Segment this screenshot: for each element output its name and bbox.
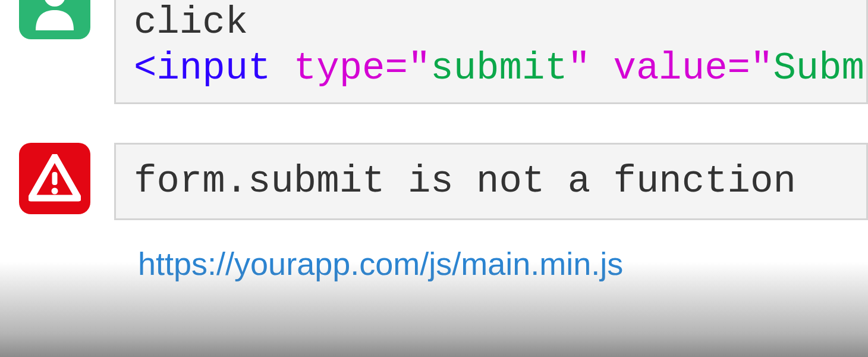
html-eq: = [385, 47, 407, 90]
svg-rect-1 [52, 172, 58, 185]
html-quote: " [568, 47, 590, 90]
code-line-2: <input type="submit" value="Submit [134, 46, 848, 92]
html-eq: = [728, 47, 750, 90]
html-attr-name: value [614, 47, 728, 90]
user-icon-badge [19, 0, 90, 39]
error-message-box: form.submit is not a function [114, 143, 868, 221]
html-attr-name: type [294, 47, 385, 90]
html-attr-value: submit [430, 47, 567, 90]
source-url[interactable]: https://yourapp.com/js/main.min.js [138, 245, 868, 282]
html-quote: " [750, 47, 773, 90]
user-action-code: click <input type="submit" value="Submit [114, 0, 868, 104]
svg-point-0 [44, 0, 65, 7]
html-quote: " [408, 47, 430, 90]
svg-point-2 [52, 187, 58, 194]
user-action-row: click <input type="submit" value="Submit [19, 0, 868, 104]
error-row: form.submit is not a function [19, 143, 868, 221]
error-icon-badge [19, 143, 90, 214]
html-tag: <input [134, 47, 271, 90]
warning-icon [29, 154, 81, 203]
user-icon [33, 0, 77, 30]
code-line-1: click [134, 0, 848, 46]
error-message-text: form.submit is not a function [134, 160, 796, 203]
html-attr-value: Submit [773, 47, 868, 90]
